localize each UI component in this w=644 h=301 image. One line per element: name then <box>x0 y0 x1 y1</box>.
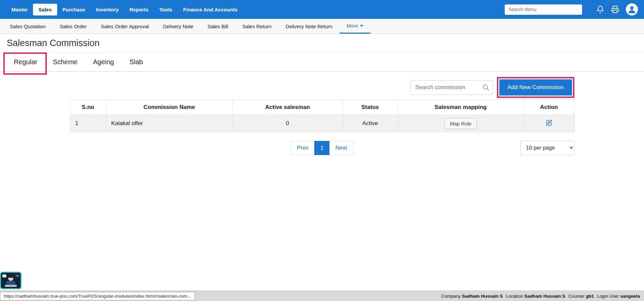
sales-sub-navigation: Sales Quotation Sales Order Sales Order … <box>0 19 644 34</box>
edit-commission-button[interactable] <box>545 119 553 128</box>
main-content: Add New Commission S.no Commission Name … <box>70 77 574 155</box>
chevron-down-icon <box>360 25 363 27</box>
subnav-item-more[interactable]: More <box>339 19 370 34</box>
printer-icon[interactable] <box>611 5 619 13</box>
status-location: LocationSadham Hussain S <box>506 294 566 299</box>
column-header-commission-name: Commission Name <box>106 100 232 115</box>
column-header-active-salesman: Active salesman <box>232 100 343 115</box>
tab-slab[interactable]: Slab <box>122 53 151 71</box>
table-row: 1 Kalakal offer 0 Active Map Rule <box>70 115 574 132</box>
cell-commission-name: Kalakal offer <box>106 115 232 132</box>
add-new-commission-button[interactable]: Add New Commission <box>499 79 572 96</box>
topnav-item-tools[interactable]: Tools <box>154 4 178 15</box>
cell-active-salesman: 0 <box>232 115 343 132</box>
commission-tabs: Regular Scheme Ageing Slab <box>0 53 644 72</box>
pagination-page-1-button[interactable]: 1 <box>314 141 329 155</box>
topnav-item-sales[interactable]: Sales <box>33 4 57 15</box>
cell-sno: 1 <box>70 115 106 132</box>
top-navigation-bar: Master Sales Purchase Inventory Reports … <box>0 0 644 19</box>
subnav-item-sales-order-approval[interactable]: Sales Order Approval <box>94 19 156 34</box>
topnav-item-purchase[interactable]: Purchase <box>57 4 91 15</box>
pagination-prev-button[interactable]: Prev <box>291 141 315 155</box>
pagination-row: Prev 1 Next 10 per page <box>70 141 574 155</box>
subnav-item-delivery-note[interactable]: Delivery Note <box>156 19 200 34</box>
pagination: Prev 1 Next <box>291 141 353 155</box>
subnav-item-sales-return[interactable]: Sales Return <box>235 19 279 34</box>
subnav-item-delivery-note-return[interactable]: Delivery Note Return <box>279 19 339 34</box>
column-header-sno: S.no <box>70 100 106 115</box>
map-rule-button[interactable]: Map Rule <box>444 118 477 129</box>
cell-salesman-mapping: Map Rule <box>398 115 524 132</box>
session-info: CompanySadham Hussain S LocationSadham H… <box>441 294 644 299</box>
commission-table: S.no Commission Name Active salesman Sta… <box>70 100 575 132</box>
status-bar: https://sadhamhussain.true-pos.com/TrueP… <box>0 291 644 301</box>
table-header-row: S.no Commission Name Active salesman Sta… <box>70 100 574 115</box>
topnav-item-inventory[interactable]: Inventory <box>91 4 124 15</box>
subnav-item-sales-quotation[interactable]: Sales Quotation <box>3 19 53 34</box>
column-header-status: Status <box>343 100 398 115</box>
column-header-salesman-mapping: Salesman mapping <box>398 100 524 115</box>
user-avatar[interactable] <box>626 3 638 15</box>
column-header-action: Action <box>524 100 574 115</box>
edit-icon <box>545 122 552 127</box>
tab-regular[interactable]: Regular <box>6 53 45 71</box>
tab-scheme[interactable]: Scheme <box>45 53 85 71</box>
search-commission-input[interactable] <box>410 80 493 95</box>
annotation-highlight-add-button: Add New Commission <box>497 77 574 98</box>
chat-widget-icon[interactable] <box>0 272 22 289</box>
cell-status: Active <box>343 115 398 132</box>
bell-icon[interactable] <box>596 5 604 13</box>
page-title: Salesman Commission <box>7 38 100 48</box>
status-counter: Countergb1 <box>568 294 594 299</box>
cell-action <box>524 115 574 132</box>
pagination-next-button[interactable]: Next <box>329 141 353 155</box>
tab-ageing[interactable]: Ageing <box>85 53 121 71</box>
topnav-item-reports[interactable]: Reports <box>124 4 154 15</box>
subnav-more-label: More <box>347 23 358 29</box>
browser-status-url: https://sadhamhussain.true-pos.com/TrueP… <box>0 292 195 300</box>
search-menu-input[interactable] <box>505 4 582 15</box>
status-company: CompanySadham Hussain S <box>441 294 503 299</box>
toolbar: Add New Commission <box>70 77 574 98</box>
topnav-item-master[interactable]: Master <box>6 4 33 15</box>
subnav-item-sales-order[interactable]: Sales Order <box>53 19 94 34</box>
topnav-item-finance-and-accounts[interactable]: Finance And Accounts <box>178 4 243 15</box>
search-icon[interactable] <box>482 84 490 91</box>
status-login-user: Login Usersangeeta <box>597 294 640 299</box>
page-header: Salesman Commission <box>0 34 644 53</box>
subnav-item-sales-bill[interactable]: Sales Bill <box>200 19 235 34</box>
page-size-select[interactable]: 10 per page <box>521 141 574 155</box>
